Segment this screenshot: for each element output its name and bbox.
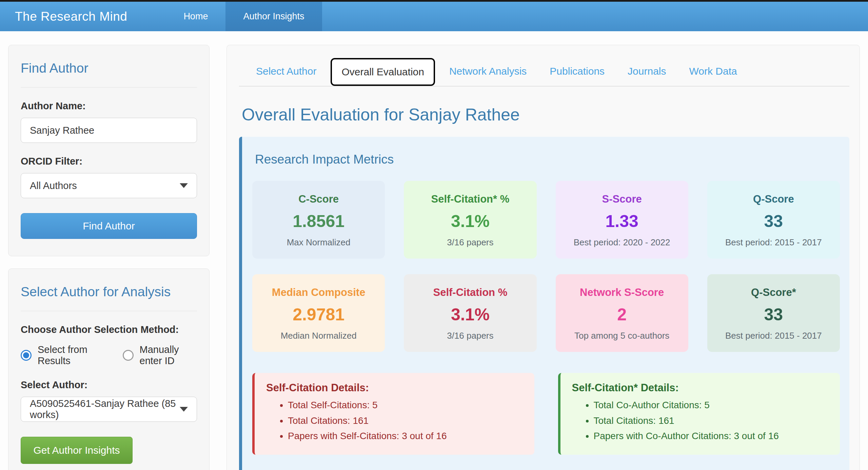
details-grid: Self-Citation Details: Total Self-Citati… bbox=[252, 373, 840, 470]
tab-journals[interactable]: Journals bbox=[619, 57, 675, 85]
detail-item: Total Citations: 161 bbox=[288, 414, 524, 428]
metric-title: Network S-Score bbox=[562, 286, 682, 299]
metric-title: Self-Citation* % bbox=[410, 193, 530, 205]
radio-icon bbox=[21, 350, 32, 361]
sidebar: Find Author Author Name: ORCID Filter: A… bbox=[8, 45, 210, 470]
metric-card-median-composite: Median Composite 2.9781 Median Normalize… bbox=[252, 274, 385, 352]
selection-method-radio-group: Select from Results Manually enter ID bbox=[21, 344, 197, 366]
metric-subtext: Top among 5 co-authors bbox=[562, 331, 682, 341]
tab-overall-evaluation[interactable]: Overall Evaluation bbox=[331, 58, 435, 86]
nav-item-home[interactable]: Home bbox=[166, 2, 225, 31]
metric-title: Median Composite bbox=[258, 286, 379, 299]
metric-value: 33 bbox=[713, 305, 834, 324]
metric-title: C-Score bbox=[258, 193, 379, 205]
metric-card-q-score: Q-Score 33 Best period: 2015 - 2017 bbox=[707, 181, 840, 259]
detail-item: Total Citations: 161 bbox=[594, 414, 830, 428]
find-author-card: Find Author Author Name: ORCID Filter: A… bbox=[8, 45, 210, 256]
nav-item-author-insights[interactable]: Author Insights bbox=[225, 2, 322, 31]
author-name-label: Author Name: bbox=[21, 100, 197, 112]
select-analysis-title: Select Author for Analysis bbox=[21, 284, 197, 299]
tab-bar: Select Author Overall Evaluation Network… bbox=[239, 55, 849, 87]
detail-title: Self-Citation Details: bbox=[266, 382, 524, 394]
metric-subtext: Best period: 2015 - 2017 bbox=[713, 331, 834, 341]
metric-card-self-citation-star: Self-Citation* % 3.1% 3/16 papers bbox=[404, 181, 536, 259]
metric-value: 1.33 bbox=[562, 211, 682, 231]
page-title: Overall Evaluation for Sanjay Rathee bbox=[242, 105, 849, 125]
divider bbox=[21, 311, 197, 311]
detail-item: Total Co-Author Citations: 5 bbox=[594, 399, 830, 412]
metric-title: Q-Score* bbox=[713, 286, 834, 299]
metrics-grid: C-Score 1.8561 Max Normalized Self-Citat… bbox=[252, 181, 840, 352]
metric-card-self-citation: Self-Citation % 3.1% 3/16 papers bbox=[404, 274, 536, 352]
author-select-value: A5090525461-Sanjay Rathee (85 works) bbox=[30, 398, 177, 420]
metric-title: S-Score bbox=[562, 193, 682, 205]
metric-value: 2 bbox=[562, 305, 682, 324]
find-author-title: Find Author bbox=[21, 61, 197, 76]
metric-subtext: 3/16 papers bbox=[410, 331, 530, 341]
orcid-filter-select[interactable]: All Authors bbox=[21, 173, 197, 198]
radio-icon bbox=[123, 350, 134, 361]
author-select[interactable]: A5090525461-Sanjay Rathee (85 works) bbox=[21, 397, 197, 422]
divider bbox=[21, 87, 197, 88]
selection-method-label: Choose Author Selection Method: bbox=[21, 324, 197, 335]
metric-card-network-s-score: Network S-Score 2 Top among 5 co-authors bbox=[556, 274, 688, 352]
metric-value: 2.9781 bbox=[258, 305, 379, 324]
main-panel: Select Author Overall Evaluation Network… bbox=[226, 45, 860, 470]
metric-subtext: Best period: 2015 - 2017 bbox=[713, 237, 834, 248]
detail-list: Total Self-Citations: 5 Total Citations:… bbox=[266, 399, 524, 443]
self-citation-details-box: Self-Citation Details: Total Self-Citati… bbox=[252, 373, 534, 455]
metric-value: 33 bbox=[713, 211, 834, 231]
app-brand: The Research Mind bbox=[0, 10, 142, 24]
tab-publications[interactable]: Publications bbox=[541, 57, 613, 85]
metric-card-q-score-star: Q-Score* 33 Best period: 2015 - 2017 bbox=[707, 274, 840, 352]
detail-title: Self-Citation* Details: bbox=[572, 382, 830, 394]
radio-label: Select from Results bbox=[38, 344, 102, 366]
nav-item-label: Home bbox=[183, 11, 208, 22]
self-citation-star-details-box: Self-Citation* Details: Total Co-Author … bbox=[558, 373, 840, 455]
detail-item: Papers with Self-Citations: 3 out of 16 bbox=[288, 430, 524, 443]
metric-subtext: Best period: 2020 - 2022 bbox=[562, 237, 682, 248]
section-title: Research Impact Metrics bbox=[255, 152, 840, 167]
chevron-down-icon bbox=[180, 183, 188, 188]
chevron-down-icon bbox=[180, 407, 188, 412]
metric-subtext: Median Normalized bbox=[258, 331, 379, 341]
nav-item-label: Author Insights bbox=[243, 11, 304, 22]
select-author-label: Select Author: bbox=[21, 379, 197, 391]
metric-value: 1.8561 bbox=[258, 211, 379, 231]
metric-title: Self-Citation % bbox=[410, 286, 530, 299]
metric-card-c-score: C-Score 1.8561 Max Normalized bbox=[252, 181, 385, 259]
orcid-filter-label: ORCID Filter: bbox=[21, 156, 197, 167]
metric-value: 3.1% bbox=[410, 305, 530, 324]
research-impact-section: Research Impact Metrics C-Score 1.8561 M… bbox=[239, 137, 849, 470]
metric-title: Q-Score bbox=[713, 193, 834, 205]
page-body: Find Author Author Name: ORCID Filter: A… bbox=[0, 31, 868, 470]
radio-manually-enter-id[interactable]: Manually enter ID bbox=[123, 344, 197, 366]
radio-label: Manually enter ID bbox=[140, 344, 197, 366]
detail-item: Papers with Co-Author Citations: 3 out o… bbox=[594, 430, 830, 443]
detail-item: Total Self-Citations: 5 bbox=[288, 399, 524, 412]
metric-value: 3.1% bbox=[410, 211, 530, 231]
top-navbar: The Research Mind Home Author Insights bbox=[0, 0, 868, 31]
select-analysis-card: Select Author for Analysis Choose Author… bbox=[8, 268, 210, 470]
nav-items: Home Author Insights bbox=[166, 2, 322, 31]
metric-subtext: Max Normalized bbox=[258, 237, 379, 248]
tab-network-analysis[interactable]: Network Analysis bbox=[440, 57, 535, 85]
radio-select-from-results[interactable]: Select from Results bbox=[21, 344, 102, 366]
get-author-insights-button[interactable]: Get Author Insights bbox=[21, 437, 133, 464]
detail-list: Total Co-Author Citations: 5 Total Citat… bbox=[572, 399, 830, 443]
author-name-input[interactable] bbox=[21, 118, 197, 143]
find-author-button[interactable]: Find Author bbox=[21, 213, 197, 239]
tab-select-author[interactable]: Select Author bbox=[247, 57, 325, 85]
metric-card-s-score: S-Score 1.33 Best period: 2020 - 2022 bbox=[556, 181, 688, 259]
orcid-filter-value: All Authors bbox=[30, 180, 177, 191]
metric-subtext: 3/16 papers bbox=[410, 237, 530, 248]
tab-work-data[interactable]: Work Data bbox=[680, 57, 746, 85]
